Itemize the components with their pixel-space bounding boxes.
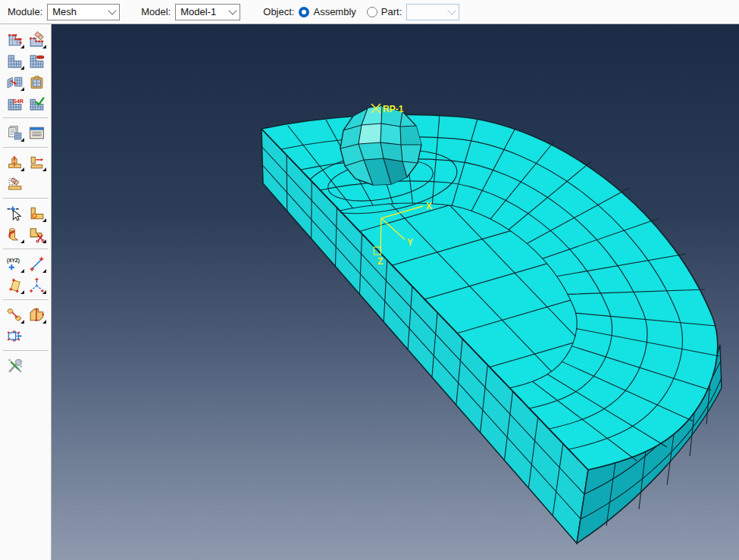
viewport-canvas[interactable]: RP-1 X Y Z <box>52 24 739 560</box>
module-label: Module: <box>8 6 42 17</box>
toolbox-group-seed-mesh: S4R <box>4 27 48 115</box>
adjust-mesh-button[interactable] <box>26 152 48 173</box>
mesh-part-icon <box>6 52 23 70</box>
associate-mesh-geometry-icon <box>28 74 45 91</box>
datum-plane-icon <box>6 277 23 294</box>
abaqus-mesh-window: Module: Mesh Model: Model-1 Object: Asse… <box>0 0 739 560</box>
customize-tools-button[interactable] <box>4 355 26 376</box>
feature-edge-button[interactable] <box>26 202 48 224</box>
rigid-sphere <box>340 106 421 185</box>
chevron-down-icon[interactable] <box>105 5 118 19</box>
toolbox-separator <box>3 350 49 351</box>
adjust-mesh-icon <box>28 154 45 171</box>
delete-seeds-icon <box>28 31 45 48</box>
module-combobox[interactable]: Mesh <box>47 4 120 20</box>
triad-z-label: Z <box>377 256 383 267</box>
delete-seeds-button[interactable] <box>26 29 48 50</box>
toolbox-separator <box>3 249 49 249</box>
toolbox-group-edit-mesh <box>4 150 48 196</box>
mesh-region-icon <box>6 74 23 91</box>
element-type-badge: S4R <box>12 97 23 104</box>
toolbox-group-query <box>4 120 48 145</box>
partition-face-sketch-icon <box>6 327 23 345</box>
toolbox-group-edit-tools <box>4 201 48 246</box>
datum-axis-icon <box>28 255 45 273</box>
datum-csys-button[interactable] <box>26 274 48 296</box>
datum-point-button[interactable]: (XYZ) <box>4 253 26 274</box>
toolbox-separator <box>3 299 49 300</box>
associate-mesh-geometry-button[interactable] <box>26 71 48 92</box>
twist-edit-button[interactable] <box>4 224 26 245</box>
assign-element-type-button[interactable]: S4R <box>4 92 26 114</box>
triad-z-axis <box>380 218 381 252</box>
partition-face-sketch-button[interactable] <box>4 325 26 346</box>
verify-mesh-button[interactable] <box>26 92 48 114</box>
model-combobox[interactable]: Model-1 <box>175 4 240 20</box>
chevron-down-icon[interactable] <box>226 5 239 19</box>
partition-cell-button[interactable] <box>26 304 48 325</box>
delete-native-mesh-icon <box>6 175 23 192</box>
split-edge-icon <box>28 226 45 243</box>
assign-element-type-icon: S4R <box>6 95 23 112</box>
chevron-down-icon <box>445 5 458 19</box>
toolbox-separator <box>3 198 49 199</box>
customize-tools-icon <box>6 357 23 374</box>
part-radio[interactable] <box>367 7 377 17</box>
query-mesh-button[interactable] <box>4 122 26 143</box>
partition-edge-button[interactable] <box>4 304 26 325</box>
mesh-part-button[interactable] <box>4 50 26 71</box>
toolbox-group-partition <box>4 302 48 348</box>
mesh-numbering-button[interactable] <box>26 122 48 143</box>
datum-point-xyz-icon: (XYZ) <box>6 255 23 273</box>
partition-edge-icon <box>6 306 23 324</box>
model-value: Model-1 <box>180 6 216 17</box>
delete-native-mesh-button[interactable] <box>4 173 26 194</box>
mesh-region-button[interactable] <box>4 71 26 92</box>
module-value: Mesh <box>52 6 77 17</box>
twist-edit-icon <box>6 226 23 243</box>
part-radio-label[interactable]: Part: <box>381 6 402 17</box>
toolbox-group-datum: (XYZ) <box>4 252 48 297</box>
rp-label: RP-1 <box>383 104 404 114</box>
seed-part-button[interactable] <box>4 29 26 50</box>
split-edge-button[interactable] <box>26 224 48 245</box>
part-combobox <box>406 4 459 20</box>
delete-mesh-button[interactable] <box>26 50 48 71</box>
model-label: Model: <box>141 6 171 17</box>
verify-mesh-icon <box>28 95 45 112</box>
viewport-scene: RP-1 X Y Z <box>52 24 739 560</box>
datum-axis-button[interactable] <box>26 253 48 274</box>
mesh-toolbox: S4R <box>0 24 52 560</box>
toolbox-separator <box>3 117 49 118</box>
edit-mesh-icon <box>6 154 23 171</box>
triad-x-label: X <box>426 201 432 211</box>
feature-edge-icon <box>28 205 45 222</box>
pick-entities-button[interactable] <box>4 202 26 224</box>
pick-entities-icon <box>6 205 23 222</box>
toolbox-group-customize <box>4 353 48 377</box>
query-mesh-icon <box>6 124 23 142</box>
seed-part-icon <box>6 31 23 48</box>
toolbox-separator <box>3 147 49 148</box>
context-bar: Module: Mesh Model: Model-1 Object: Asse… <box>0 0 739 24</box>
edit-mesh-button[interactable] <box>4 152 26 173</box>
datum-point-badge: (XYZ) <box>7 258 20 264</box>
datum-csys-icon <box>28 277 45 294</box>
triad-y-label: Y <box>407 237 413 248</box>
partition-cell-icon <box>28 306 45 324</box>
assembly-radio-label[interactable]: Assembly <box>313 6 355 17</box>
delete-mesh-icon <box>28 52 45 70</box>
mesh-numbering-icon <box>28 124 45 142</box>
object-label: Object: <box>263 6 294 17</box>
assembly-radio[interactable] <box>299 7 309 17</box>
datum-plane-button[interactable] <box>4 274 26 296</box>
